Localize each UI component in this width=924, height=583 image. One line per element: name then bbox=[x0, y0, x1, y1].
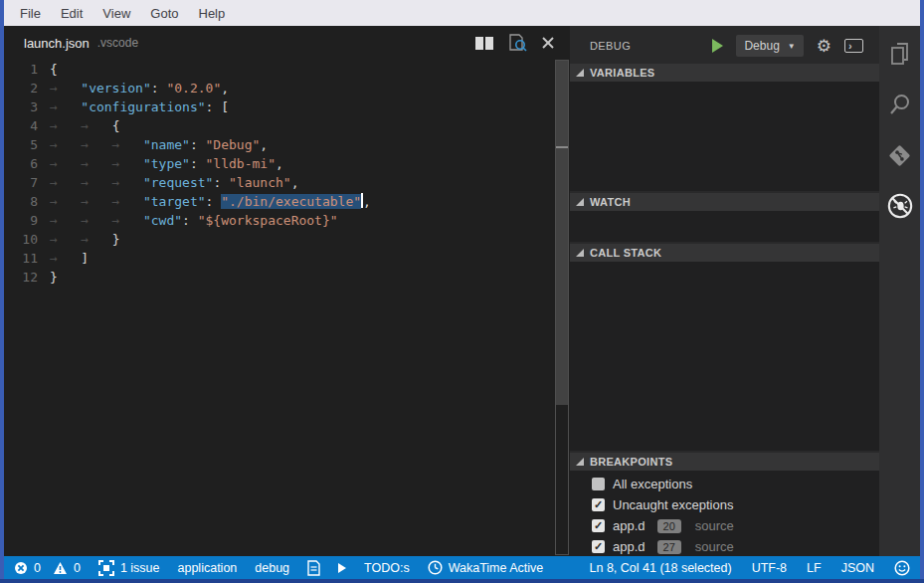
editor-group: launch.json .vscode 1{2→ "version": "0.2… bbox=[4, 26, 570, 556]
collapse-twistie-icon bbox=[576, 198, 584, 206]
checkbox-checked-icon[interactable]: ✓ bbox=[592, 498, 605, 511]
checkbox-unchecked-icon[interactable] bbox=[592, 478, 605, 490]
task-debug[interactable]: debug bbox=[255, 561, 289, 575]
code-line[interactable]: 7→ → → "request": "launch", bbox=[4, 173, 570, 192]
line-number[interactable]: 3 bbox=[4, 97, 50, 116]
debug-config-dropdown[interactable]: Debug ▼ bbox=[736, 35, 803, 57]
line-number[interactable]: 7 bbox=[4, 173, 50, 192]
section-header-call-stack[interactable]: CALL STACK bbox=[570, 244, 879, 262]
tab-whitespace-marker: → → → bbox=[50, 175, 143, 190]
line-number[interactable]: 9 bbox=[4, 211, 50, 230]
code-line[interactable]: 4→ → { bbox=[4, 116, 570, 135]
debug-panel-header: DEBUG Debug ▼ ⚙ › bbox=[570, 30, 879, 62]
task-file-indicator[interactable] bbox=[307, 560, 320, 576]
code-editor[interactable]: 1{2→ "version": "0.2.0",3→ "configuratio… bbox=[4, 60, 570, 287]
activity-bar bbox=[879, 26, 920, 556]
selected-text: "./bin/executable" bbox=[221, 194, 361, 209]
variables-body bbox=[570, 82, 879, 191]
todo-indicator[interactable]: TODO:s bbox=[364, 561, 410, 575]
code-token: "version" bbox=[81, 81, 150, 96]
line-number[interactable]: 6 bbox=[4, 154, 50, 173]
line-number[interactable]: 11 bbox=[4, 249, 50, 268]
menu-item-file[interactable]: File bbox=[10, 6, 51, 21]
section-label-call-stack: CALL STACK bbox=[590, 247, 661, 259]
breakpoint-row[interactable]: ✓app.d27source bbox=[570, 536, 879, 557]
warning-count: 0 bbox=[74, 561, 81, 575]
code-token: , bbox=[221, 81, 229, 96]
debug-disabled-icon[interactable] bbox=[886, 192, 914, 220]
code-token: "lldb-mi" bbox=[206, 156, 276, 171]
code-token: : bbox=[213, 175, 229, 190]
workbench: launch.json .vscode 1{2→ "version": "0.2… bbox=[4, 26, 920, 556]
tab-whitespace-marker: → → → bbox=[50, 137, 143, 152]
line-number[interactable]: 1 bbox=[4, 60, 50, 79]
explorer-icon[interactable] bbox=[886, 40, 914, 68]
code-token: : bbox=[182, 213, 198, 228]
code-line[interactable]: 8→ → → "target": "./bin/executable", bbox=[4, 192, 570, 211]
scrollbar-thumb[interactable] bbox=[556, 61, 568, 405]
section-header-breakpoints[interactable]: BREAKPOINTS bbox=[570, 453, 879, 471]
line-number[interactable]: 10 bbox=[4, 230, 50, 249]
menu-item-goto[interactable]: Goto bbox=[140, 6, 188, 21]
split-editor-icon[interactable] bbox=[475, 37, 493, 50]
tab-whitespace-marker: → bbox=[50, 99, 81, 114]
line-number[interactable]: 5 bbox=[4, 135, 50, 154]
search-icon[interactable] bbox=[886, 91, 914, 118]
code-line[interactable]: 1{ bbox=[4, 60, 570, 79]
code-token: "request" bbox=[143, 175, 213, 190]
code-token: : bbox=[190, 156, 206, 171]
feedback-smiley-icon[interactable] bbox=[894, 560, 910, 576]
issues-icon bbox=[98, 560, 114, 576]
menu-item-view[interactable]: View bbox=[92, 6, 140, 21]
watch-body bbox=[570, 211, 879, 242]
close-icon[interactable] bbox=[542, 37, 554, 49]
git-icon[interactable] bbox=[886, 141, 914, 169]
task-application[interactable]: application bbox=[178, 561, 238, 575]
breakpoint-row[interactable]: All exceptions bbox=[570, 474, 879, 494]
cursor-position[interactable]: Ln 8, Col 41 (18 selected) bbox=[590, 561, 732, 575]
issues-indicator[interactable]: 1 issue bbox=[98, 560, 160, 576]
code-token: : bbox=[190, 137, 206, 152]
code-line[interactable]: 9→ → → "cwd": "${workspaceRoot}" bbox=[4, 211, 570, 230]
code-token: , bbox=[291, 175, 299, 190]
line-number[interactable]: 8 bbox=[4, 192, 50, 211]
tab-whitespace-marker: → → bbox=[50, 118, 112, 133]
code-line[interactable]: 11→ ] bbox=[4, 249, 570, 268]
window-border-right bbox=[920, 0, 924, 583]
language-mode[interactable]: JSON bbox=[841, 561, 874, 575]
menu-item-edit[interactable]: Edit bbox=[51, 6, 92, 21]
code-line[interactable]: 12} bbox=[4, 268, 570, 287]
menu-item-help[interactable]: Help bbox=[189, 6, 236, 21]
encoding-indicator[interactable]: UTF-8 bbox=[752, 561, 787, 575]
editor-scrollbar[interactable] bbox=[555, 60, 569, 555]
code-line[interactable]: 2→ "version": "0.2.0", bbox=[4, 79, 570, 97]
breakpoint-row[interactable]: ✓Uncaught exceptions bbox=[570, 494, 879, 515]
preview-icon[interactable] bbox=[508, 34, 527, 52]
gear-icon[interactable]: ⚙ bbox=[817, 38, 832, 55]
breakpoint-source-note: source bbox=[695, 539, 734, 554]
tab-filename[interactable]: launch.json bbox=[24, 36, 90, 51]
checkbox-checked-icon[interactable]: ✓ bbox=[592, 540, 605, 553]
section-header-watch[interactable]: WATCH bbox=[570, 193, 879, 211]
section-header-variables[interactable]: VARIABLES bbox=[570, 64, 879, 82]
run-task-button[interactable] bbox=[338, 563, 346, 573]
code-line[interactable]: 10→ → } bbox=[4, 230, 570, 249]
wakatime-indicator[interactable]: WakaTime Active bbox=[428, 560, 544, 575]
breakpoint-row[interactable]: ✓app.d20source bbox=[570, 515, 879, 536]
open-console-icon[interactable]: › bbox=[844, 39, 863, 53]
error-count: 0 bbox=[34, 561, 41, 575]
problems-indicator[interactable]: 0 0 bbox=[14, 561, 81, 575]
code-line[interactable]: 5→ → → "name": "Debug", bbox=[4, 135, 570, 154]
line-number[interactable]: 4 bbox=[4, 116, 50, 135]
breakpoint-label: app.d bbox=[613, 518, 646, 533]
line-number[interactable]: 2 bbox=[4, 79, 50, 97]
start-debug-button[interactable] bbox=[712, 39, 723, 53]
breakpoint-label: Uncaught exceptions bbox=[613, 497, 733, 512]
checkbox-checked-icon[interactable]: ✓ bbox=[592, 519, 605, 532]
chevron-down-icon: ▼ bbox=[788, 42, 796, 51]
eol-indicator[interactable]: LF bbox=[807, 561, 822, 575]
scrollbar-marker bbox=[556, 146, 568, 148]
code-line[interactable]: 3→ "configurations": [ bbox=[4, 97, 570, 116]
line-number[interactable]: 12 bbox=[4, 268, 50, 287]
code-line[interactable]: 6→ → → "type": "lldb-mi", bbox=[4, 154, 570, 173]
